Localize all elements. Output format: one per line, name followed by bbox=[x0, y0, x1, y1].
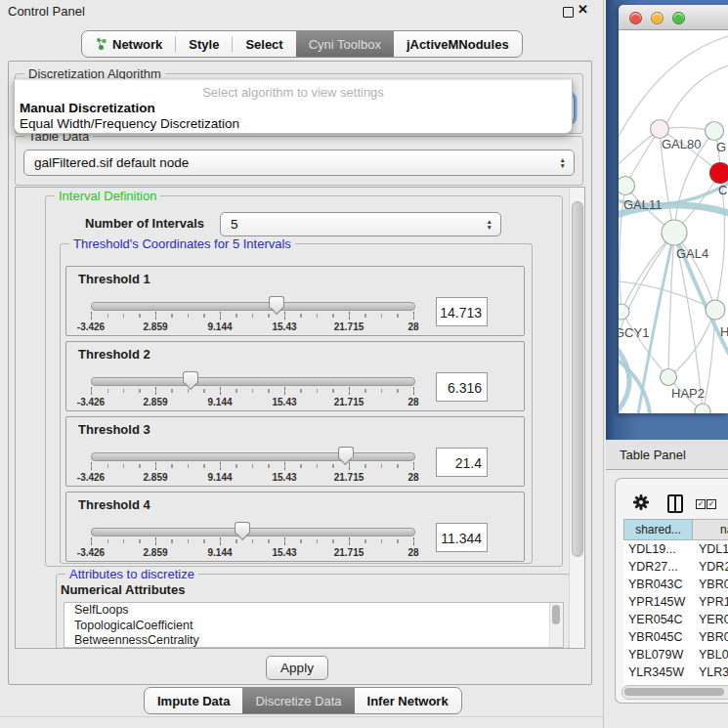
scrollbar-thumb[interactable] bbox=[552, 605, 560, 624]
algorithm-dropdown-popup: Select algorithm to view settings Manual… bbox=[14, 79, 573, 134]
slider-handle[interactable] bbox=[235, 522, 250, 534]
network-canvas[interactable]: GAL80GCGAL11GAL4GCY1HHAP2 bbox=[619, 30, 728, 413]
threshold-value-field[interactable]: 14.713 bbox=[436, 297, 488, 326]
close-traffic-light[interactable] bbox=[629, 12, 642, 24]
tab-network[interactable]: Network bbox=[82, 31, 175, 57]
network-node-h[interactable] bbox=[706, 300, 725, 320]
network-node-gal80[interactable] bbox=[651, 120, 669, 139]
apply-button[interactable]: Apply bbox=[266, 656, 328, 680]
network-window-frame: GAL80GCGAL11GAL4GCY1HHAP2 bbox=[606, 0, 728, 440]
dropdown-item-manual-discretization[interactable]: Manual Discretization bbox=[20, 101, 155, 115]
tab-select[interactable]: Select bbox=[233, 31, 295, 57]
gear-icon[interactable] bbox=[632, 493, 650, 511]
network-view-window: GAL80GCGAL11GAL4GCY1HHAP2 bbox=[619, 5, 728, 413]
attribute-item[interactable]: TopologicalCoefficient bbox=[64, 619, 563, 634]
network-node[interactable] bbox=[695, 404, 710, 413]
table-row[interactable]: YPR145WYPR1 bbox=[623, 593, 728, 611]
tick-label: -3.426 bbox=[77, 547, 105, 558]
vertical-scrollbar[interactable] bbox=[569, 188, 584, 648]
slider-track[interactable] bbox=[91, 377, 415, 386]
slider-track[interactable] bbox=[91, 302, 415, 311]
network-node-hap2[interactable] bbox=[661, 369, 677, 386]
scrollbar-thumb[interactable] bbox=[572, 201, 583, 557]
tick-label: 9.144 bbox=[207, 472, 232, 483]
dropdown-item-equal-width-frequency[interactable]: Equal Width/Frequency Discretization bbox=[20, 116, 239, 131]
table-row[interactable]: YBR045CYBR0 bbox=[623, 628, 728, 646]
table-data-combobox[interactable]: galFiltered.sif default node ▲▼ bbox=[23, 150, 575, 176]
slider-handle[interactable] bbox=[269, 296, 284, 308]
top-tab-bar: Network Style Select Cyni Toolbox jActiv… bbox=[81, 30, 523, 58]
network-node-gal4[interactable] bbox=[662, 220, 687, 245]
tick-label: -3.426 bbox=[77, 321, 105, 332]
horizontal-scrollbar[interactable] bbox=[621, 685, 728, 700]
threshold-value-field[interactable]: 6.316 bbox=[436, 372, 488, 402]
threshold-label: Threshold 3 bbox=[78, 422, 150, 437]
stepper-arrows-icon[interactable]: ▲▼ bbox=[560, 157, 566, 168]
close-icon[interactable]: ✕ bbox=[578, 2, 588, 17]
network-edge[interactable] bbox=[667, 65, 728, 122]
settings-scrollpane: Interval Definition Number of Intervals … bbox=[15, 187, 585, 649]
divider bbox=[0, 716, 603, 717]
split-columns-icon[interactable] bbox=[667, 494, 683, 513]
table-cell: YER0 bbox=[693, 611, 728, 628]
tab-infer-network[interactable]: Infer Network bbox=[355, 688, 461, 713]
slider-track[interactable] bbox=[91, 452, 415, 461]
table-row[interactable]: YBR043CYBR0 bbox=[623, 576, 728, 593]
table-row[interactable]: YDR27...YDR2 bbox=[623, 558, 728, 576]
float-window-icon[interactable] bbox=[563, 7, 574, 18]
attribute-item[interactable]: BetweennessCentrality bbox=[64, 633, 563, 648]
tab-cyni-toolbox[interactable]: Cyni Toolbox bbox=[296, 31, 394, 57]
table-cell: YBL0 bbox=[693, 646, 728, 664]
table-data-value: galFiltered.sif default node bbox=[34, 155, 189, 170]
network-svg: GAL80GCGAL11GAL4GCY1HHAP2 bbox=[619, 30, 728, 413]
network-edge[interactable] bbox=[625, 129, 660, 186]
table-row[interactable]: YDL19...YDL1 bbox=[623, 540, 728, 558]
table-cell: YBR045C bbox=[623, 628, 693, 646]
tab-jactivemnodules[interactable]: jActiveMNodules bbox=[394, 31, 522, 57]
tab-label: Style bbox=[189, 37, 219, 52]
table-row[interactable]: YLR345WYLR3 bbox=[623, 664, 728, 681]
network-node-gal11[interactable] bbox=[619, 177, 635, 195]
minimize-traffic-light[interactable] bbox=[651, 12, 664, 24]
panel-title: Control Panel bbox=[8, 4, 85, 19]
stepper-arrows-icon[interactable]: ▲▼ bbox=[487, 219, 492, 230]
checkbox-icon[interactable]: ✓ bbox=[696, 499, 706, 509]
slider-handle[interactable] bbox=[183, 371, 198, 383]
slider-track[interactable] bbox=[91, 528, 415, 536]
tick-label: 28 bbox=[407, 472, 418, 483]
network-edge-highlight[interactable] bbox=[619, 341, 629, 413]
threshold-value-field[interactable]: 11.344 bbox=[436, 523, 488, 552]
table-cell: YDL1 bbox=[693, 540, 728, 558]
slider-minor-ticks bbox=[91, 389, 414, 393]
network-node-gcy1[interactable] bbox=[619, 304, 629, 320]
tick-label: 9.144 bbox=[207, 397, 232, 407]
number-of-intervals-spinner[interactable]: 5 ▲▼ bbox=[220, 212, 501, 236]
tick-label: 15.43 bbox=[272, 472, 296, 483]
tab-style[interactable]: Style bbox=[176, 31, 232, 57]
slider-handle[interactable] bbox=[338, 447, 354, 458]
table-row[interactable]: YBL079WYBL0 bbox=[623, 646, 728, 664]
tick-label: 28 bbox=[407, 547, 418, 558]
table-cell: YBR0 bbox=[693, 628, 728, 646]
control-panel: Control Panel ✕ Network Style Select Cyn… bbox=[0, 0, 604, 728]
threshold-value-field[interactable]: 21.4 bbox=[436, 448, 488, 477]
network-edge[interactable] bbox=[668, 310, 715, 377]
column-header-name[interactable]: na bbox=[693, 519, 728, 540]
tick-label: 9.144 bbox=[207, 321, 232, 332]
tick-label: 2.859 bbox=[143, 397, 167, 407]
zoom-traffic-light[interactable] bbox=[672, 12, 685, 24]
column-header-shared-name[interactable]: shared... bbox=[623, 519, 693, 540]
window-titlebar[interactable] bbox=[619, 5, 728, 30]
network-node-c[interactable] bbox=[710, 163, 728, 184]
scrollbar-thumb[interactable] bbox=[624, 688, 724, 696]
checkbox-icon[interactable]: ✓ bbox=[707, 499, 716, 509]
tab-impute-data[interactable]: Impute Data bbox=[145, 688, 242, 713]
list-scrollbar[interactable] bbox=[549, 603, 563, 647]
threshold-panel: Threshold 4 -3.4262.8599.14415.4321.7152… bbox=[65, 492, 525, 562]
table-row[interactable]: YER054CYER0 bbox=[623, 611, 728, 628]
tab-label: Infer Network bbox=[367, 694, 449, 708]
tab-discretize-data[interactable]: Discretize Data bbox=[242, 688, 354, 713]
bottom-tab-bar: Impute Data Discretize Data Infer Networ… bbox=[144, 687, 462, 714]
attribute-item[interactable]: SelfLoops bbox=[64, 603, 563, 619]
network-node-g[interactable] bbox=[706, 122, 724, 141]
